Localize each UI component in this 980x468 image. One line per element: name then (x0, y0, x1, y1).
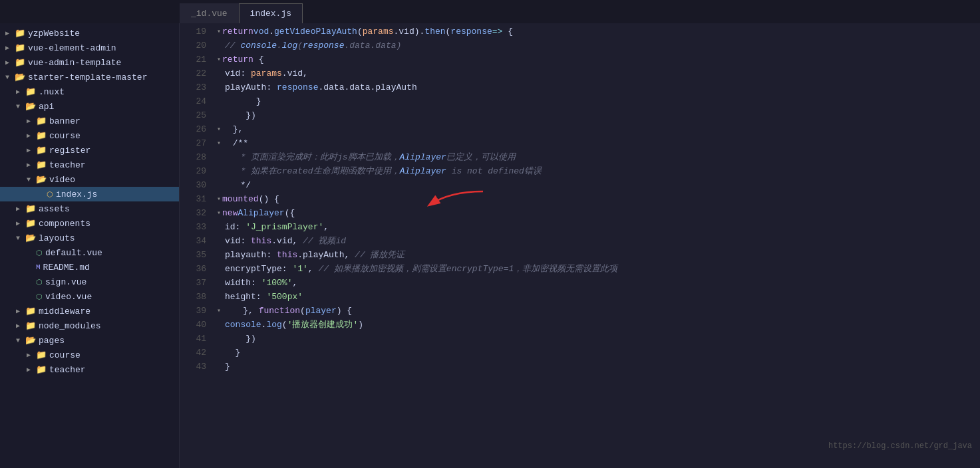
code-line: ▾ mounted() { (217, 192, 980, 206)
collapse-arrow[interactable]: ▾ (217, 53, 221, 66)
chevron-icon: ▼ (16, 235, 24, 242)
tree-item-teacher-pages[interactable]: ▶📁 teacher (0, 362, 179, 377)
tree-item-banner[interactable]: ▶📁 banner (0, 114, 179, 128)
chevron-icon: ▼ (16, 337, 24, 344)
file-tree-sidebar: ▶📁 yzpWebsite▶📁 vue-element-admin▶📁 vue-… (0, 23, 180, 468)
collapse-arrow[interactable]: ▾ (217, 206, 221, 220)
vue-file-icon: ⬡ (36, 249, 43, 257)
code-line: // console.log(response.data.data) (217, 39, 980, 53)
collapse-arrow[interactable]: ▾ (217, 25, 221, 39)
chevron-icon: ▶ (16, 322, 24, 330)
chevron-icon: ▶ (5, 29, 13, 37)
code-line: * 页面渲染完成时：此时js脚本已加载，Aliplayer已定义，可以使用 (217, 150, 980, 164)
folder-icon: 📁 (15, 43, 25, 53)
code-line: id: 'J_prismPlayer', (217, 220, 980, 234)
chevron-icon: ▼ (16, 103, 24, 110)
code-line: vid: params.vid, (217, 66, 980, 80)
tree-item-label: sign.vue (45, 277, 86, 287)
collapse-arrow[interactable]: ▾ (217, 136, 221, 150)
chevron-icon: ▶ (27, 117, 35, 125)
tree-item-video[interactable]: ▼📂 video (0, 172, 179, 187)
collapse-arrow[interactable]: ▾ (217, 122, 221, 136)
chevron-icon: ▶ (16, 88, 24, 96)
tab-index-js[interactable]: index.js (239, 3, 303, 23)
code-line: }) (217, 108, 980, 122)
tree-item-label: teacher (49, 160, 86, 170)
folder-icon: 📁 (36, 364, 47, 375)
folder-icon: 📁 (36, 116, 47, 126)
chevron-icon: ▶ (27, 132, 35, 140)
tree-item-readme-md[interactable]: M README.md (0, 260, 179, 275)
md-file-icon: M (36, 263, 41, 271)
tree-item-course-pages[interactable]: ▶📁 course (0, 348, 179, 362)
watermark: https://blog.csdn.net/grd_java (828, 441, 972, 451)
chevron-icon: ▶ (5, 58, 13, 66)
code-container: 1920212223242526272829303132333435363738… (180, 23, 980, 468)
tree-item-index-js[interactable]: ⬡ index.js (0, 187, 179, 201)
code-line: ▾ }, function(player) { (217, 304, 980, 318)
collapse-arrow[interactable]: ▾ (217, 192, 221, 206)
tree-item-components[interactable]: ▶📁 components (0, 216, 179, 231)
folder-icon: 📁 (25, 218, 36, 229)
tree-item-label: .nuxt (39, 87, 65, 97)
tree-item-label: register (49, 146, 90, 156)
code-line: playauth: this.playAuth, // 播放凭证 (217, 248, 980, 262)
code-line: ▾ return { (217, 53, 980, 66)
folder-open-icon: 📂 (15, 72, 25, 82)
folder-icon: 📁 (25, 86, 36, 97)
code-line: vid: this.vid, // 视频id (217, 234, 980, 248)
tree-item-middleware[interactable]: ▶📁 middleware (0, 304, 179, 318)
tab-id-vue[interactable]: _id.vue (180, 3, 239, 23)
tree-item-api[interactable]: ▼📂 api (0, 99, 179, 114)
folder-icon: 📁 (36, 160, 47, 170)
code-line: ▾ }, (217, 122, 980, 136)
tree-item-label: video.vue (45, 292, 92, 302)
tree-item-nuxt[interactable]: ▶📁 .nuxt (0, 84, 179, 99)
tree-item-label: assets (39, 204, 70, 214)
chevron-icon: ▶ (16, 205, 24, 213)
folder-open-icon: 📂 (36, 174, 47, 185)
chevron-icon: ▶ (27, 351, 35, 359)
tree-item-vue-element-admin[interactable]: ▶📁 vue-element-admin (0, 41, 179, 55)
collapse-arrow[interactable]: ▾ (217, 304, 221, 318)
code-line: } (217, 346, 980, 360)
folder-open-icon: 📂 (25, 233, 36, 243)
tree-item-vue-admin-template[interactable]: ▶📁 vue-admin-template (0, 55, 179, 70)
tab-bar: _id.vue index.js (0, 0, 980, 23)
code-content[interactable]: ▾ return vod.getVideoPlayAuth(params.vid… (212, 23, 980, 468)
tree-item-default-vue[interactable]: ⬡ default.vue (0, 245, 179, 260)
chevron-icon: ▶ (5, 44, 13, 52)
folder-icon: 📁 (25, 203, 36, 214)
tree-item-sign-vue[interactable]: ⬡ sign.vue (0, 275, 179, 289)
folder-open-icon: 📂 (25, 101, 36, 112)
tree-item-course[interactable]: ▶📁 course (0, 128, 179, 143)
folder-icon: 📁 (25, 306, 36, 316)
tree-item-video-vue[interactable]: ⬡ video.vue (0, 289, 179, 304)
tree-item-pages[interactable]: ▼📂 pages (0, 333, 179, 348)
tree-item-label: yzpWebsite (28, 29, 80, 39)
tree-item-label: components (39, 219, 90, 229)
tree-item-layouts[interactable]: ▼📂 layouts (0, 231, 179, 245)
chevron-icon: ▶ (27, 366, 35, 374)
folder-icon: 📁 (15, 28, 25, 39)
code-line: console.log('播放器创建成功') (217, 318, 980, 332)
tree-item-register[interactable]: ▶📁 register (0, 143, 179, 158)
tree-item-label: teacher (49, 365, 86, 375)
chevron-icon: ▶ (16, 307, 24, 315)
line-numbers: 1920212223242526272829303132333435363738… (180, 23, 212, 468)
code-line: ▾ /** (217, 136, 980, 150)
js-file-icon: ⬡ (47, 190, 53, 199)
tree-item-teacher-api[interactable]: ▶📁 teacher (0, 158, 179, 172)
code-line: * 如果在created生命周期函数中使用，Aliplayer is not d… (217, 164, 980, 178)
code-line: } (217, 360, 980, 374)
code-line: ▾ new Aliplayer({ (217, 206, 980, 220)
tree-item-assets[interactable]: ▶📁 assets (0, 201, 179, 216)
code-line: }) (217, 332, 980, 346)
tree-item-node_modules[interactable]: ▶📁 node_modules (0, 318, 179, 333)
tree-item-yzpWebsite[interactable]: ▶📁 yzpWebsite (0, 26, 179, 41)
tree-item-starter-template-master[interactable]: ▼📂 starter-template-master (0, 70, 179, 84)
tree-item-label: vue-admin-template (28, 58, 121, 68)
code-line: height: '500px' (217, 290, 980, 304)
tree-item-label: course (49, 131, 81, 141)
vue-file-icon: ⬡ (36, 278, 43, 287)
